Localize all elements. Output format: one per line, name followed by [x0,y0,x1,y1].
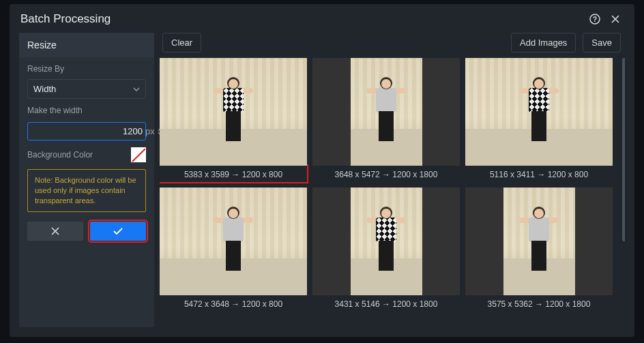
width-input[interactable] [28,126,144,136]
image-caption: 5472 x 3648 → 1200 x 800 [160,295,307,312]
image-caption: 3648 x 5472 → 1200 x 1800 [312,166,460,182]
image-thumb [465,188,613,295]
image-thumb [160,188,307,295]
vertical-scrollbar[interactable] [622,58,625,327]
background-note: Note: Background color will be used only… [27,169,146,212]
image-caption: 5383 x 3589 → 1200 x 800 [160,166,307,182]
image-caption: 3575 x 5362 → 1200 x 1800 [465,295,613,312]
background-color-swatch[interactable] [131,147,146,162]
cancel-button[interactable] [27,222,83,241]
save-button[interactable]: Save [583,33,621,53]
x-icon [50,226,60,236]
image-grid: 5383 x 3589 → 1200 x 8003648 x 5472 → 12… [160,58,625,312]
image-card[interactable]: 3648 x 5472 → 1200 x 1800 [312,58,460,182]
width-input-wrap: px [27,122,146,140]
make-width-label: Make the width [19,99,154,118]
dialog-title: Batch Processing [20,12,111,26]
toolbar: Clear Add Images Save [160,33,625,58]
image-thumb [312,188,460,295]
help-icon[interactable]: ? [587,11,603,27]
image-caption: 5116 x 3411 → 1200 x 800 [465,166,613,182]
apply-button[interactable] [90,222,146,241]
resize-sidebar: Resize Resize By Width Make the width px… [19,33,154,327]
image-card[interactable]: 5116 x 3411 → 1200 x 800 [465,58,613,182]
resize-by-label: Resize By [19,57,154,76]
image-card[interactable]: 3575 x 5362 → 1200 x 1800 [465,188,613,312]
add-images-button[interactable]: Add Images [511,33,576,53]
image-caption: 3431 x 5146 → 1200 x 1800 [312,295,460,312]
image-thumb [160,58,307,166]
image-card[interactable]: 5383 x 3589 → 1200 x 800 [160,58,307,182]
close-icon[interactable] [607,11,624,27]
background-color-row: Background Color [19,140,154,162]
svg-text:?: ? [593,16,597,23]
chevron-down-icon [133,87,140,91]
resize-by-value: Width [33,84,56,94]
width-unit: px [144,126,156,136]
resize-by-select[interactable]: Width [27,79,146,99]
dialog-titlebar: Batch Processing ? [10,4,634,33]
batch-processing-dialog: Batch Processing ? Resize Resize By Widt… [10,4,634,337]
image-thumb [465,58,613,166]
image-thumb [312,58,460,166]
main-area: Clear Add Images Save 5383 x 3589 → 1200… [160,33,625,327]
image-card[interactable]: 5472 x 3648 → 1200 x 800 [160,188,307,312]
image-card[interactable]: 3431 x 5146 → 1200 x 1800 [312,188,460,312]
clear-button[interactable]: Clear [162,33,201,53]
sidebar-header: Resize [19,33,154,57]
check-icon [113,227,123,235]
background-color-label: Background Color [27,150,93,160]
